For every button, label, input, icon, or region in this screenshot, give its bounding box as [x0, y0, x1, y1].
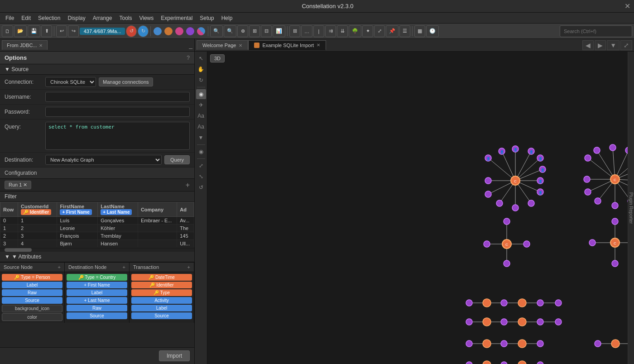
- toolbar-chart[interactable]: 📊: [273, 25, 285, 37]
- dest-tag-source[interactable]: Source: [67, 312, 127, 319]
- dest-tag-lastname[interactable]: + Last Name: [67, 297, 127, 304]
- dest-tag-firstname[interactable]: + First Name: [67, 282, 127, 288]
- menu-tools[interactable]: Tools: [115, 14, 135, 22]
- btn-3d[interactable]: 3D: [210, 54, 225, 62]
- table-row[interactable]: 3 4 Bjørn Hansen Ull...: [0, 240, 194, 248]
- help-button[interactable]: ?: [187, 55, 190, 61]
- trans-tag-label[interactable]: Label: [131, 305, 192, 311]
- menu-display[interactable]: Display: [64, 14, 89, 22]
- search-input[interactable]: [560, 25, 632, 37]
- scrollbar-thumb[interactable]: [5, 248, 32, 252]
- username-input[interactable]: [45, 92, 190, 102]
- toolbar-bar1[interactable]: |: [313, 25, 324, 37]
- trans-tag-source[interactable]: Source: [131, 312, 192, 319]
- side-btn-aa-big[interactable]: Aa: [196, 111, 206, 121]
- menu-views[interactable]: Views: [135, 14, 157, 22]
- toolbar-graph2[interactable]: ⊟: [261, 25, 272, 37]
- menu-edit[interactable]: Edit: [18, 14, 34, 22]
- side-btn-zoom-out[interactable]: ⤡: [196, 172, 206, 182]
- toolbar-new[interactable]: 🗋: [2, 25, 13, 37]
- trans-tag-datetime[interactable]: 🔑 DateTime: [131, 274, 192, 281]
- toolbar-rotate-left[interactable]: ↺: [126, 25, 137, 37]
- destination-select[interactable]: New Analytic Graph: [45, 155, 162, 165]
- tab-welcome[interactable]: Welcome Page ✕: [197, 40, 248, 50]
- toolbar-arrange1[interactable]: ⇉: [325, 25, 336, 37]
- toolbar-redo[interactable]: ↪: [68, 25, 79, 37]
- toolbar-coordinates[interactable]: 437.4/687.9Ma...: [80, 28, 125, 35]
- example-tab-close[interactable]: ✕: [317, 43, 320, 48]
- welcome-tab-close[interactable]: ✕: [239, 43, 242, 48]
- toolbar-undo[interactable]: ↩: [56, 25, 67, 37]
- side-btn-reset[interactable]: ↺: [196, 182, 206, 192]
- menu-help[interactable]: Help: [218, 14, 236, 22]
- menu-setup[interactable]: Setup: [196, 14, 217, 22]
- panel-tab-jdbc[interactable]: From JDBC... ✕: [2, 40, 48, 50]
- toolbar-tree[interactable]: 🌳: [349, 25, 361, 37]
- toolbar-rotate-right[interactable]: ↻: [138, 25, 149, 37]
- side-btn-select[interactable]: ↖: [196, 53, 206, 63]
- toolbar-filter[interactable]: ⊕: [237, 25, 248, 37]
- table-row[interactable]: 0 1 Luís Gonçalves Embraer - E... Av...: [0, 217, 194, 225]
- dest-tag-raw[interactable]: Raw: [67, 305, 127, 311]
- toolbar-zoom-in[interactable]: 🔍: [210, 25, 223, 37]
- query-run-button[interactable]: Query: [164, 155, 190, 164]
- query-textarea[interactable]: select * from customer: [45, 122, 190, 150]
- menu-arrange[interactable]: Arrange: [89, 14, 116, 22]
- tab-example[interactable]: Example SQLite Import ✕: [248, 40, 326, 50]
- source-section-header[interactable]: ▼ Source: [0, 64, 194, 75]
- toolbar-export[interactable]: ⬆: [41, 25, 52, 37]
- close-button[interactable]: ✕: [624, 2, 630, 10]
- import-button[interactable]: Import: [159, 350, 190, 361]
- toolbar-graph1[interactable]: ⊞: [249, 25, 260, 37]
- toolbar-dots[interactable]: …: [301, 25, 312, 37]
- toolbar-grid[interactable]: ⊞: [289, 25, 300, 37]
- nav-prev[interactable]: ◀: [582, 40, 594, 50]
- table-row[interactable]: 1 2 Leonie Köhler The: [0, 225, 194, 232]
- password-input[interactable]: [45, 107, 190, 117]
- toolbar-expand[interactable]: ⤢: [374, 25, 385, 37]
- source-tag-color[interactable]: color: [2, 313, 62, 321]
- side-btn-aa-small[interactable]: Aa: [196, 122, 206, 132]
- connection-select[interactable]: Chinook SQLite: [45, 77, 96, 87]
- trans-tag-type[interactable]: 🔑 Type: [131, 289, 192, 296]
- dest-add-button[interactable]: +: [123, 264, 125, 270]
- toolbar-time[interactable]: 🕐: [426, 25, 439, 37]
- add-run-button[interactable]: +: [186, 181, 190, 189]
- panel-minimize[interactable]: _: [189, 42, 192, 49]
- dest-tag-label[interactable]: Label: [67, 289, 127, 296]
- source-tag-label[interactable]: Label: [2, 282, 62, 288]
- nav-menu[interactable]: ▼: [607, 40, 620, 50]
- source-tag-raw[interactable]: Raw: [2, 289, 62, 296]
- menu-selection[interactable]: Selection: [34, 14, 64, 22]
- graph-canvas[interactable]: 3D: [207, 52, 634, 364]
- toolbar-arrange2[interactable]: ⇊: [337, 25, 348, 37]
- manage-connections-button[interactable]: Manage connections: [99, 77, 153, 86]
- table-scrollbar[interactable]: [0, 248, 194, 252]
- side-btn-zoom-in[interactable]: ⤢: [196, 161, 206, 171]
- toolbar-open[interactable]: 📂: [14, 25, 27, 37]
- toolbar-layout[interactable]: ☰: [399, 25, 410, 37]
- toolbar-pin[interactable]: 📌: [386, 25, 399, 37]
- menu-experimental[interactable]: Experimental: [157, 14, 196, 22]
- side-btn-arrow[interactable]: ✈: [196, 100, 206, 110]
- trans-add-button[interactable]: +: [187, 264, 190, 270]
- toolbar-save[interactable]: 💾: [28, 25, 40, 37]
- toolbar-panel[interactable]: ▦: [414, 25, 425, 37]
- side-btn-rotate[interactable]: ↻: [196, 75, 206, 85]
- toolbar-star[interactable]: ✦: [362, 25, 373, 37]
- table-row[interactable]: 2 3 François Tremblay 145: [0, 232, 194, 240]
- side-btn-circle[interactable]: ◉: [196, 89, 206, 99]
- panel-tab-close[interactable]: ✕: [39, 43, 43, 48]
- toolbar-zoom-out[interactable]: 🔍: [224, 25, 236, 37]
- nav-expand[interactable]: ⤢: [620, 40, 632, 50]
- side-btn-eye[interactable]: ◉: [196, 147, 206, 157]
- source-tag-bg[interactable]: background_icon: [2, 305, 62, 312]
- plugin-reporter[interactable]: Plugin Reporter: [628, 52, 634, 364]
- attributes-section-header[interactable]: ▼ ▼ Attributes: [0, 252, 194, 262]
- trans-tag-activity[interactable]: Activity: [131, 297, 192, 304]
- trans-tag-identifier[interactable]: 🔑 Identifier: [131, 282, 192, 288]
- menu-file[interactable]: File: [2, 14, 18, 22]
- run-badge[interactable]: Run 1 ✕: [5, 181, 31, 189]
- side-btn-filter[interactable]: ▼: [196, 133, 206, 143]
- source-tag-type[interactable]: 🔑 Type = Person: [2, 274, 62, 281]
